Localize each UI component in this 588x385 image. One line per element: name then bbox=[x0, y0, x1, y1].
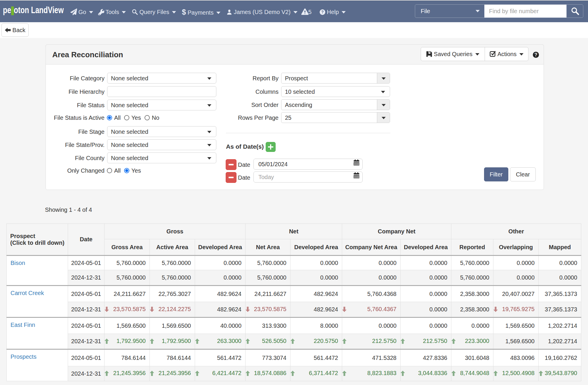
svg-text:?: ? bbox=[321, 10, 324, 14]
